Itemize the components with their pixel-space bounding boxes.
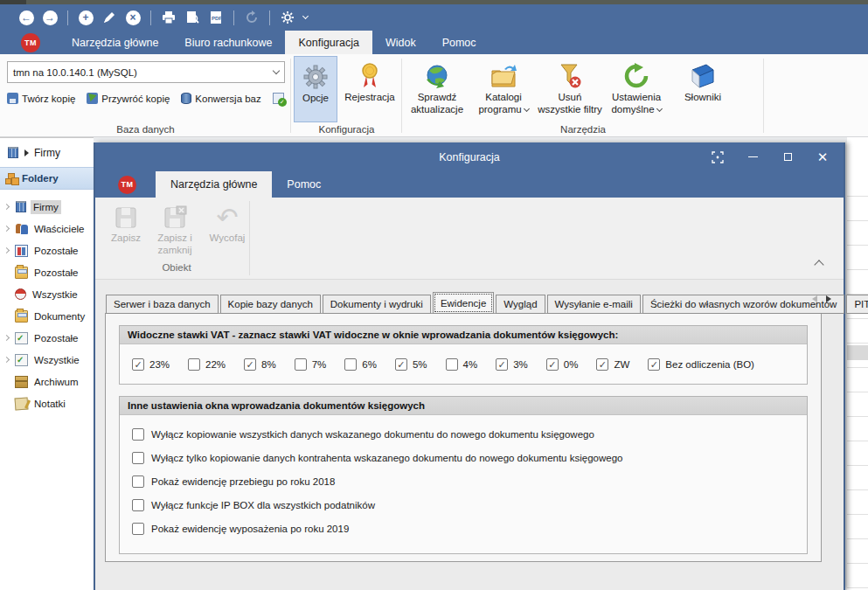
vat-option-4[interactable]: 4%	[446, 358, 478, 371]
back-icon[interactable]: ←	[17, 8, 36, 27]
settings-tab-wysy-anie-e-maili[interactable]: Wysyłanie e-maili	[547, 295, 641, 314]
vat-option-22[interactable]: 22%	[188, 358, 226, 371]
checkbox[interactable]	[188, 358, 200, 371]
forward-icon[interactable]: →	[40, 8, 59, 27]
vat-option-6[interactable]: 6%	[344, 358, 377, 371]
settings-tab-pity[interactable]: PITy	[846, 295, 868, 314]
restore-backup-button[interactable]: Przywróć kopię	[87, 93, 170, 104]
option-wy-cz-tylko-kopiowanie-danych-kontrahent[interactable]: Wyłącz tylko kopiowanie danych kontrahen…	[132, 452, 795, 464]
vat-option-23-label: 23%	[149, 359, 170, 370]
pdf-icon[interactable]: PDF	[206, 8, 226, 27]
sidebar-item-pozosta-e[interactable]: Pozostałe	[0, 239, 94, 261]
settings-tab-kopie-bazy-danych[interactable]: Kopie bazy danych	[220, 295, 321, 314]
checkbox[interactable]	[546, 358, 559, 371]
tab-konfiguracja[interactable]: Konfiguracja	[285, 31, 372, 54]
expand-icon[interactable]	[2, 205, 11, 209]
chevron-down-icon[interactable]	[302, 13, 309, 19]
tab-pomoc[interactable]: Pomoc	[429, 31, 490, 54]
print-preview-icon[interactable]	[183, 8, 202, 27]
expand-icon[interactable]	[2, 336, 11, 340]
add-icon[interactable]: +	[76, 8, 95, 27]
folder-tree-icon	[5, 173, 17, 184]
edit-icon[interactable]	[100, 8, 119, 27]
checkbox[interactable]	[132, 475, 144, 488]
toolbar-separator	[150, 10, 151, 25]
option-wy-cz-kopiowanie-wszystkich-danych-wskaz[interactable]: Wyłącz kopiowanie wszystkich danych wska…	[132, 428, 795, 441]
app-logo[interactable]: TM	[21, 33, 40, 52]
dialog-logo[interactable]: TM	[118, 176, 136, 194]
focus-mode-icon[interactable]	[700, 142, 735, 171]
collapse-ribbon-icon[interactable]	[814, 260, 823, 269]
settings-tab-serwer-i-baza-danych[interactable]: Serwer i baza danych	[106, 295, 219, 314]
options-button[interactable]: Opcje	[294, 56, 337, 122]
expand-icon[interactable]	[2, 248, 11, 253]
settings-tab-dokumenty-i-wydruki[interactable]: Dokumenty i wydruki	[323, 295, 431, 314]
expand-icon[interactable]	[2, 357, 11, 362]
checkbox[interactable]	[295, 358, 307, 371]
delete-icon[interactable]: ×	[123, 8, 142, 27]
sidebar-item-archiwum[interactable]: Archiwum	[0, 371, 94, 392]
checkbox[interactable]	[132, 358, 144, 371]
sidebar-item-w-a-ciciele[interactable]: Właściciele	[0, 218, 94, 239]
settings-icon[interactable]	[278, 8, 297, 27]
option-wy-cz-funkcje-ip-box-dla-wszystkich-poda[interactable]: Wyłącz funkcje IP BOX dla wszystkich pod…	[132, 499, 795, 511]
checkbox[interactable]	[244, 358, 256, 371]
database-combobox[interactable]: tmn na 10.0.140.1 (MySQL)	[7, 61, 285, 83]
dialog-titlebar[interactable]: Konfiguracja ✕	[95, 142, 844, 171]
option-poka-ewidencj-wyposa-enia-po-roku-2019[interactable]: Pokaż ewidencję wyposażenia po roku 2019	[132, 523, 795, 535]
expand-icon[interactable]	[2, 226, 11, 231]
dialog-tab-pomoc[interactable]: Pomoc	[272, 171, 336, 198]
dictionaries-button[interactable]: Słowniki	[670, 56, 736, 122]
verify-database-button[interactable]	[273, 93, 284, 104]
print-icon[interactable]	[159, 8, 178, 27]
convert-databases-button[interactable]: Konwersja baz	[181, 93, 260, 104]
checkbox[interactable]	[496, 358, 508, 371]
sidebar-item-notatki[interactable]: Notatki	[0, 392, 94, 414]
tab-biuro-rachunkowe[interactable]: Biuro rachunkowe	[171, 31, 285, 54]
registration-button[interactable]: Rejestracja	[339, 56, 400, 122]
create-backup-button[interactable]: Twórz kopię	[7, 93, 75, 104]
checkbox[interactable]	[132, 523, 144, 535]
option-poka-ewidencj-przebiegu-po-roku-2018[interactable]: Pokaż ewidencję przebiegu po roku 2018	[132, 475, 795, 488]
checkbox[interactable]	[596, 358, 608, 371]
tab-widok[interactable]: Widok	[372, 31, 429, 54]
minimize-button[interactable]	[735, 142, 770, 171]
checkbox[interactable]	[132, 428, 144, 441]
checkbox[interactable]	[446, 358, 458, 371]
checkbox[interactable]	[395, 358, 407, 371]
sidebar-current-view[interactable]: Firmy	[0, 138, 94, 167]
folders-header[interactable]: Foldery	[0, 167, 94, 190]
chevron-down-icon[interactable]	[273, 67, 280, 74]
settings-tab-wygl-d[interactable]: Wygląd	[496, 295, 545, 314]
check-updates-button[interactable]: Sprawdź aktualizacje	[404, 56, 470, 122]
vat-option-0[interactable]: 0%	[546, 358, 579, 371]
tab-narzedzia-glowne[interactable]: Narzędzia główne	[59, 31, 171, 54]
checkbox[interactable]	[132, 499, 144, 511]
maximize-button[interactable]	[770, 142, 805, 171]
close-button[interactable]: ✕	[805, 142, 840, 171]
checkbox[interactable]	[648, 358, 660, 371]
sidebar-item-pozosta-e[interactable]: Pozostałe	[0, 327, 94, 349]
checkbox[interactable]	[132, 452, 144, 464]
program-folders-button[interactable]: Katalogi programu	[470, 56, 537, 122]
sidebar-item-wszystkie[interactable]: Wszystkie	[0, 349, 94, 371]
vat-option-bez-odliczenia-bo[interactable]: Bez odliczenia (BO)	[648, 358, 754, 371]
settings-tab-ewidencje[interactable]: Ewidencje	[433, 292, 494, 314]
sidebar-item-firmy[interactable]: Firmy	[0, 196, 94, 218]
dialog-tab-narzedzia-glowne[interactable]: Narzędzia główne	[156, 171, 272, 198]
list-rows	[847, 172, 868, 590]
building-icon	[16, 201, 26, 212]
vat-option-23[interactable]: 23%	[132, 358, 170, 371]
vat-option-5[interactable]: 5%	[395, 358, 427, 371]
sidebar-item-pozosta-e[interactable]: Pozostałe	[0, 261, 94, 283]
vat-option-zw[interactable]: ZW	[596, 358, 629, 371]
vat-option-8[interactable]: 8%	[244, 358, 276, 371]
scroll-right-icon[interactable]	[826, 295, 831, 302]
vat-option-3[interactable]: 3%	[496, 358, 528, 371]
vat-option-7[interactable]: 7%	[295, 358, 327, 371]
checkbox[interactable]	[344, 358, 357, 371]
default-settings-button[interactable]: Ustawienia domyślne	[603, 56, 670, 122]
sidebar-item-wszystkie[interactable]: Wszystkie	[0, 283, 94, 305]
sidebar-item-dokumenty[interactable]: Dokumenty	[0, 305, 94, 327]
clear-filters-button[interactable]: Usuń wszystkie filtry	[537, 56, 603, 122]
